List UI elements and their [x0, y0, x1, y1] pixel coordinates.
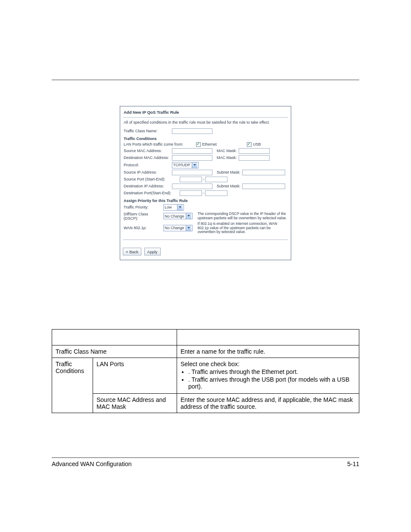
src-subnet-label: Subnet Mask: [212, 170, 242, 174]
traffic-class-name-label: Traffic Class Name: [123, 129, 172, 133]
priority-label: Traffic Priority: [123, 205, 163, 209]
cell-desc: Enter a name for the traffic rule. [177, 345, 359, 358]
dst-ip-label: Destination IP Address: [123, 184, 172, 188]
priority-block: Traffic Priority: Low DiffServ Class (DS… [123, 204, 288, 234]
traffic-class-name-row: Traffic Class Name: [123, 128, 288, 134]
wan-value: No Change [165, 226, 184, 230]
priority-select[interactable]: Low [163, 204, 184, 211]
chevron-down-icon [192, 162, 197, 168]
ethernet-label: Ethernet [202, 142, 217, 146]
panel-intro: All of specified conditions in the traff… [124, 120, 288, 125]
dst-port-row: Destination Port(Start-End): - [123, 190, 288, 196]
dst-mac-mask-input[interactable] [239, 155, 270, 161]
cell-field: Source MAC Address and MAC Mask [93, 394, 177, 413]
dscp-value: No Change [165, 214, 184, 218]
dash-sep: - [202, 177, 205, 181]
button-row: < Back Apply [123, 248, 288, 255]
cell-desc: Select one check box: . Traffic arrives … [177, 358, 359, 394]
dscp-select[interactable]: No Change [163, 213, 193, 219]
cell-field: Traffic Class Name [52, 345, 177, 358]
table-header-row [52, 330, 359, 345]
chevron-down-icon [177, 205, 183, 210]
protocol-value: TCP/UDP [173, 163, 190, 167]
back-button[interactable]: < Back [123, 248, 141, 255]
page: Add New IP QoS Traffic Rule All of speci… [0, 0, 411, 532]
dscp-label: DiffServ Class (DSCP): [123, 212, 163, 221]
apply-button[interactable]: Apply [144, 248, 161, 255]
dscp-desc: The corresponding DSCP value in the IP h… [198, 212, 288, 221]
ethernet-checkbox[interactable] [196, 142, 201, 147]
src-port-label: Source Port (Start-End): [123, 177, 172, 181]
dst-ip-row: Destination IP Address: Subnet Mask: [123, 184, 288, 189]
wan-desc: If 802.1q is enabled on Internet connect… [198, 222, 288, 234]
src-mac-input[interactable] [172, 148, 212, 154]
chevron-down-icon [186, 225, 191, 231]
cell-group: Traffic Conditions [52, 358, 93, 413]
lan-ports-row: LAN Ports which traffic come from: Ether… [123, 142, 288, 147]
src-port-start-input[interactable] [180, 177, 202, 182]
dst-mac-row: Destination MAC Address: MAC Mask: [123, 155, 288, 161]
col-header-field [52, 330, 177, 345]
src-mac-mask-label: MAC Mask: [212, 149, 239, 153]
src-subnet-input[interactable] [242, 170, 285, 175]
list-item: . Traffic arrives through the Ethernet p… [188, 368, 355, 375]
protocol-label: Protocol: [123, 163, 172, 167]
dst-mac-input[interactable] [172, 155, 212, 161]
priority-heading: Assign Priority for this Traffic Rule [124, 199, 288, 203]
src-mac-row: Source MAC Address: MAC Mask: [123, 148, 288, 154]
page-footer: Advanced WAN Configuration 5-11 [52, 457, 359, 467]
src-mac-mask-input[interactable] [239, 148, 270, 154]
lan-ports-label: LAN Ports which traffic come from: [123, 142, 196, 146]
traffic-class-name-input[interactable] [172, 128, 212, 134]
protocol-row: Protocol: TCP/UDP [123, 162, 288, 168]
wan-label: WAN 802.1p: [123, 226, 163, 230]
priority-row: Traffic Priority: Low [123, 204, 288, 211]
footer-divider [52, 457, 359, 458]
dst-port-end-input[interactable] [205, 190, 227, 196]
field-description-table: Traffic Class Name Enter a name for the … [52, 329, 359, 413]
header-divider [52, 80, 359, 80]
wan-select[interactable]: No Change [163, 225, 193, 231]
usb-label: USB [253, 142, 261, 146]
protocol-select[interactable]: TCP/UDP [172, 162, 199, 168]
chevron-down-icon [186, 213, 191, 219]
dst-mac-label: Destination MAC Address: [123, 156, 172, 160]
src-mac-label: Source MAC Address: [123, 149, 172, 153]
src-ip-row: Source IP Address: Subnet Mask: [123, 170, 288, 175]
col-header-desc [177, 330, 359, 345]
conditions-heading: Traffic Conditions [124, 137, 288, 141]
usb-checkbox[interactable] [247, 142, 252, 147]
priority-value: Low [165, 205, 172, 209]
table-row: Traffic Class Name Enter a name for the … [52, 345, 359, 358]
dscp-row: DiffServ Class (DSCP): No Change The cor… [123, 212, 288, 221]
wan-row: WAN 802.1p: No Change If 802.1q is enabl… [123, 222, 288, 234]
footer-left: Advanced WAN Configuration [52, 460, 131, 467]
dst-ip-input[interactable] [172, 184, 212, 189]
table-row: Source MAC Address and MAC Mask Enter th… [52, 394, 359, 413]
panel-divider [123, 117, 288, 118]
src-ip-label: Source IP Address: [123, 170, 172, 174]
dst-port-start-input[interactable] [180, 190, 202, 196]
panel-title: Add New IP QoS Traffic Rule [124, 110, 288, 115]
footer-right: 5-11 [347, 460, 359, 467]
dst-mac-mask-label: MAC Mask: [212, 156, 239, 160]
screenshot-wrap: Add New IP QoS Traffic Rule All of speci… [120, 106, 291, 260]
src-ip-input[interactable] [172, 170, 212, 175]
src-port-end-input[interactable] [205, 177, 227, 182]
list-item: . Traffic arrives through the USB port (… [188, 376, 355, 390]
panel-divider-2 [123, 240, 288, 240]
lan-ports-lead: Select one check box: [181, 361, 240, 367]
cell-desc: Enter the source MAC address and, if app… [177, 394, 359, 413]
dst-subnet-input[interactable] [242, 184, 285, 189]
cell-field: LAN Ports [93, 358, 177, 394]
table-row: Traffic Conditions LAN Ports Select one … [52, 358, 359, 394]
qos-rule-panel: Add New IP QoS Traffic Rule All of speci… [120, 106, 291, 260]
dst-port-label: Destination Port(Start-End): [123, 191, 180, 195]
dst-subnet-label: Subnet Mask: [212, 184, 242, 188]
src-port-row: Source Port (Start-End): - [123, 177, 288, 182]
dash-sep-2: - [202, 191, 205, 195]
